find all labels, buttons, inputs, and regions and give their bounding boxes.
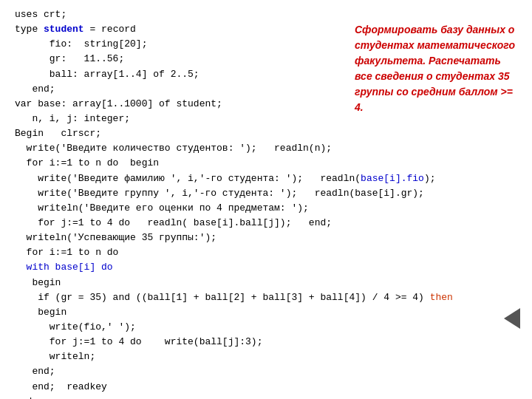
code-line: ball: array[1..4] of 2..5;	[15, 67, 325, 82]
code-line: begin	[15, 305, 325, 320]
task-text: Сформировать базу данных о студентах мат…	[355, 24, 515, 113]
code-line: if (gr = 35) and ((ball[1] + ball[2] + b…	[15, 290, 325, 305]
code-line: var base: array[1..1000] of student;	[15, 97, 325, 112]
code-line: end;	[15, 364, 325, 379]
code-line: for i:=1 to n do begin	[15, 156, 325, 171]
code-line: for i:=1 to n do	[15, 245, 325, 260]
code-line: begin	[15, 276, 325, 290]
code-line: for j:=1 to 4 do readln( base[i].ball[j]…	[15, 216, 325, 231]
code-line: writeln;	[15, 349, 325, 364]
code-line: gr: 11..56;	[15, 52, 325, 66]
arrow-icon	[504, 308, 520, 329]
code-line: for j:=1 to 4 do write(ball[j]:3);	[15, 335, 325, 349]
code-line: fio: string[20];	[15, 37, 325, 52]
code-line: end.	[15, 395, 325, 399]
code-line: write('Введите фамилию ', i,'-го студент…	[15, 171, 325, 186]
code-line: end;	[15, 82, 325, 97]
code-line: with base[i] do	[15, 260, 325, 275]
code-line: Begin clrscr;	[15, 126, 325, 141]
code-line: writeln('Введите его оценки по 4 предмет…	[15, 201, 325, 216]
code-line: write(fio,' ');	[15, 320, 325, 335]
code-line: end; readkey	[15, 380, 325, 395]
code-line: write('Введите количество студентов: ');…	[15, 141, 325, 156]
code-line: writeln('Успевающие 35 группы:');	[15, 231, 325, 245]
code-line: uses crt;	[15, 7, 325, 22]
task-box: Сформировать базу данных о студентах мат…	[355, 22, 517, 115]
code-line: type student = record	[15, 22, 325, 37]
code-line: n, i, j: integer;	[15, 112, 325, 126]
code-line: write('Введите группу ', i,'-го студента…	[15, 186, 325, 201]
code-area: uses crt;type student = record fio: stri…	[15, 7, 325, 399]
